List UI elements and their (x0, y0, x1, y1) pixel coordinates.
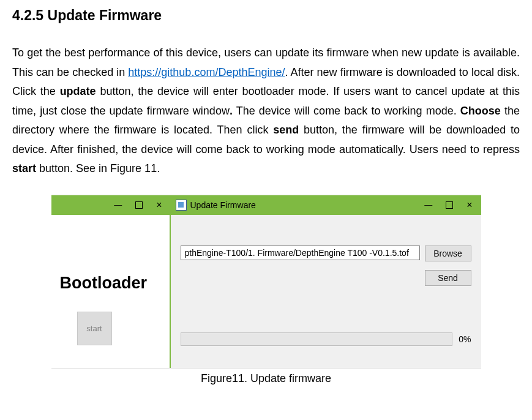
figure-container: — × Bootloader start Update Firmware — ×… (51, 195, 481, 385)
browse-button[interactable]: Browse (425, 246, 471, 261)
app-icon (176, 200, 187, 211)
send-button[interactable]: Send (425, 270, 471, 286)
minimize-icon[interactable]: — (424, 201, 432, 209)
text-seg: The device will come back to working mod… (233, 105, 460, 117)
progress-bar (181, 332, 453, 346)
figure-caption: Figure11. Update firmware (51, 372, 481, 385)
minimize-icon[interactable]: — (114, 201, 122, 209)
update-firmware-window: Update Firmware — × pthEngine-T100/1. Fi… (171, 195, 481, 368)
start-button[interactable]: start (77, 312, 112, 345)
progress-percent: 0% (459, 334, 471, 344)
window-title: Update Firmware (190, 200, 256, 210)
send-row: Send (425, 270, 471, 286)
firmware-path-input[interactable]: pthEngine-T100/1. Firmware/DepthEngine T… (181, 246, 420, 260)
bold-update: update (60, 85, 96, 97)
section-heading: 4.2.5 Update Firmware (12, 7, 520, 24)
bold-start: start (12, 162, 36, 174)
text-seg: button. See in Figure 11. (36, 162, 160, 174)
maximize-icon[interactable] (135, 201, 143, 209)
right-titlebar: Update Firmware — × (171, 195, 481, 215)
bold-choose: Choose (460, 105, 501, 117)
path-row: pthEngine-T100/1. Firmware/DepthEngine T… (181, 246, 471, 261)
left-titlebar: — × (51, 195, 170, 215)
progress-row: 0% (181, 332, 471, 346)
github-link[interactable]: https://github.com/DepthEngine/ (128, 66, 285, 78)
window-buttons: — × (424, 200, 481, 210)
figure: — × Bootloader start Update Firmware — ×… (51, 195, 481, 369)
left-window: — × Bootloader start (51, 195, 171, 368)
close-icon[interactable]: × (156, 200, 162, 210)
body-paragraph: To get the best performance of this devi… (12, 43, 520, 179)
bold-send: send (273, 124, 299, 136)
maximize-icon[interactable] (446, 201, 453, 209)
close-icon[interactable]: × (466, 200, 472, 210)
bootloader-label: Bootloader (60, 274, 148, 293)
